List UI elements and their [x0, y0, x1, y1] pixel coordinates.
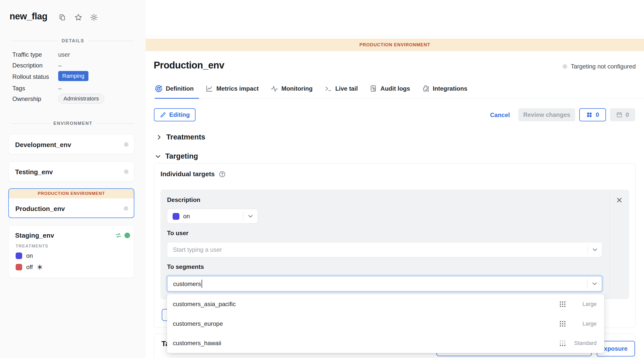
schedule-counter-button[interactable]: 0 [610, 108, 635, 121]
pulse-icon [270, 85, 278, 93]
env-status-dot [124, 206, 128, 211]
schedule-count: 0 [626, 111, 629, 118]
terminal-icon [324, 85, 332, 93]
details-divider: DETAILS [12, 38, 134, 44]
treatment-row-on: on [16, 252, 33, 259]
individual-targets-header: Individual targets [160, 170, 226, 178]
segment-option-asia-pacific[interactable]: customers_asia_pacific Large [167, 294, 604, 314]
treatment-label: on [26, 252, 33, 259]
pencil-icon [160, 112, 166, 118]
chevron-down-icon [247, 213, 254, 220]
dots-grid-faded-icon [559, 339, 566, 347]
targeting-title: Targeting [165, 152, 198, 160]
sidebar: new_flag DETAILS Traffic type user Descr… [0, 0, 146, 358]
copy-icon[interactable] [58, 13, 66, 21]
treatment-label: off [26, 264, 33, 271]
main-top-border [146, 36, 644, 36]
environment-heading: ENVIRONMENT [53, 121, 92, 126]
tab-definition[interactable]: Definition [155, 85, 194, 98]
tab-label: Metrics impact [216, 85, 259, 92]
definition-target-icon [155, 85, 163, 93]
treatment-selected-value: on [183, 213, 243, 220]
segment-size: Large [571, 320, 597, 327]
status-text: Targeting not configured [571, 63, 636, 70]
calendar-icon [616, 112, 623, 118]
env-name: Testing_env [15, 168, 53, 176]
treatment-on-swatch [173, 213, 179, 220]
to-user-label: To user [167, 230, 188, 237]
rollout-status-badge: Ramping [58, 71, 88, 81]
tab-metrics-impact[interactable]: Metrics impact [205, 85, 259, 98]
tab-monitoring[interactable]: Monitoring [270, 85, 313, 98]
segment-size: Large [571, 301, 597, 307]
segment-name: customers_europe [173, 320, 559, 327]
env-card-development[interactable]: Development_env [8, 134, 134, 154]
segments-dropdown: customers_asia_pacific Large customers_e… [167, 294, 604, 353]
tab-label: Monitoring [281, 85, 313, 92]
treatment-select[interactable]: on [167, 209, 258, 224]
tab-audit-logs[interactable]: Audit logs [369, 85, 410, 98]
env-status-dot [124, 169, 128, 174]
puzzle-icon [422, 85, 430, 93]
dots-grid-icon [559, 320, 566, 328]
treatments-title: Treatments [166, 133, 205, 141]
cancel-button[interactable]: Cancel [490, 112, 510, 119]
page-title: Production_env [154, 60, 224, 71]
treatments-section-header[interactable]: Treatments [156, 133, 205, 141]
chevron-down-icon [155, 153, 161, 160]
segment-name: customers_hawaii [173, 340, 559, 347]
env-name: Production_env [15, 205, 65, 213]
chevron-right-icon [156, 134, 162, 140]
changes-counter-button[interactable]: 0 [579, 108, 606, 121]
exposure-button-label: xposure [604, 345, 627, 352]
traffic-type-value: user [58, 51, 70, 58]
gear-icon[interactable] [90, 13, 98, 21]
grid-icon [586, 112, 593, 118]
review-changes-button[interactable]: Review changes [518, 108, 575, 121]
editing-button[interactable]: Editing [154, 108, 196, 121]
app-canvas: new_flag DETAILS Traffic type user Descr… [0, 0, 644, 358]
tab-live-tail[interactable]: Live tail [324, 85, 358, 98]
input-divider [588, 245, 588, 255]
close-icon[interactable] [616, 196, 623, 204]
treatments-heading: TREATMENTS [16, 244, 48, 249]
status-dot-icon [563, 64, 567, 69]
treatment-off-swatch [16, 264, 22, 270]
help-icon[interactable] [219, 171, 226, 178]
segment-size: Standard [571, 340, 597, 346]
env-name: Staging_env [15, 232, 54, 239]
to-segments-label: To segments [167, 263, 204, 270]
segments-input[interactable]: customers [167, 276, 602, 292]
star-icon[interactable] [74, 13, 82, 21]
treatment-row-off: off [16, 264, 43, 271]
traffic-type-label: Traffic type [12, 51, 42, 58]
input-divider [587, 279, 588, 289]
details-heading: DETAILS [62, 38, 84, 44]
description-value: – [58, 62, 61, 69]
tags-value: – [58, 85, 61, 92]
env-card-staging[interactable]: Staging_env TREATMENTS on off [8, 225, 134, 278]
env-card-production[interactable]: PRODUCTION ENVIRONMENT Production_env [8, 188, 134, 218]
tags-label: Tags [12, 85, 25, 92]
segment-name: customers_asia_pacific [173, 301, 559, 308]
targeting-section-header[interactable]: Targeting [155, 152, 198, 160]
targeting-status: Targeting not configured [563, 63, 636, 70]
dots-grid-icon [559, 300, 566, 308]
segment-option-hawaii[interactable]: customers_hawaii Standard [167, 333, 604, 353]
tab-bar: Definition Metrics impact Monitoring Liv… [155, 85, 467, 98]
segments-input-value: customers [173, 280, 587, 288]
document-search-icon [369, 85, 377, 93]
tab-integrations[interactable]: Integrations [422, 85, 467, 98]
rule-card-divider [610, 190, 610, 299]
segment-option-europe[interactable]: customers_europe Large [167, 314, 604, 334]
tab-label: Audit logs [380, 85, 410, 92]
tab-label: Definition [166, 85, 194, 92]
transfer-arrows-icon [115, 232, 122, 239]
treatment-on-swatch [16, 253, 22, 259]
select-divider [243, 212, 243, 221]
env-card-testing[interactable]: Testing_env [8, 161, 134, 182]
changes-count: 0 [596, 111, 599, 118]
ownership-badge: Administrators [58, 94, 104, 104]
user-input[interactable]: Start typing a user [167, 242, 602, 257]
editing-label: Editing [169, 111, 190, 118]
